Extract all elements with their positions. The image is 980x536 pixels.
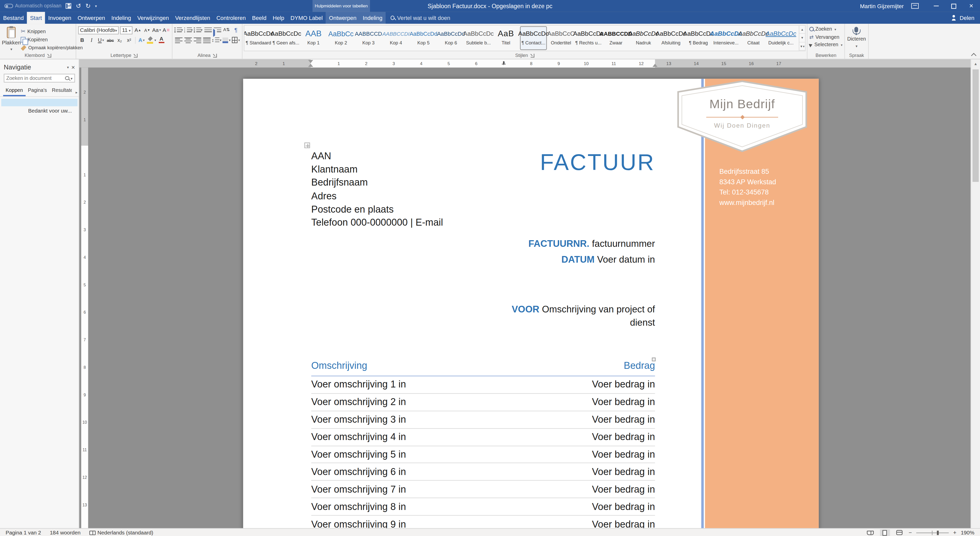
row-description[interactable]: Voer omschrijving 8 in [311, 501, 406, 512]
row-amount[interactable]: Voer bedrag in [592, 466, 655, 477]
row-description[interactable]: Voer omschrijving 3 in [311, 414, 406, 425]
document-page[interactable]: Mijn Bedrijf Wij Doen Dingen Bedrijfsstr… [243, 79, 819, 528]
dictate-dropdown-icon[interactable]: ▾ [856, 44, 858, 48]
style-item[interactable]: AaBbCcDc ¶ Standaard [245, 26, 272, 50]
justify-button[interactable] [202, 36, 210, 44]
font-dialog-launcher-icon[interactable] [133, 53, 138, 57]
clear-formatting-button[interactable]: A [162, 26, 170, 34]
table-resize-handle[interactable] [652, 358, 655, 361]
ribbon-tab[interactable]: Controleren [213, 12, 249, 24]
highlight-color-button[interactable] [147, 36, 156, 44]
superscript-button[interactable] [125, 36, 133, 44]
recipient-line[interactable]: Telefoon 000-0000000 | E-mail [311, 216, 443, 229]
style-item[interactable]: AaBbCcDc Citaat [740, 26, 767, 50]
multilevel-list-button[interactable] [194, 26, 202, 34]
recipient-line[interactable]: Postcode en plaats [311, 202, 443, 216]
ribbon-tab[interactable]: Ontwerpen [75, 12, 108, 24]
undo-icon[interactable]: ↺ [76, 0, 81, 12]
grow-font-button[interactable]: A▲ [134, 26, 142, 34]
style-item[interactable]: AaBbCcC Ondertitel [547, 26, 574, 50]
style-item[interactable]: AaBbCcDc Duidelijk c... [767, 26, 794, 50]
styles-scroll-up-icon[interactable]: ▲ [799, 25, 805, 34]
increase-indent-button[interactable] [213, 26, 221, 34]
invoice-table-row[interactable]: Voer omschrijving 3 in Voer bedrag in [311, 411, 655, 429]
ribbon-tab[interactable]: Start [27, 12, 45, 24]
ribbon-display-options-icon[interactable] [912, 3, 919, 9]
find-button[interactable]: Zoeken [809, 26, 842, 32]
paste-dropdown-icon[interactable]: ▾ [11, 47, 12, 51]
ribbon-tab[interactable]: Invoegen [45, 12, 74, 24]
nav-tab[interactable]: Pagina's [25, 86, 49, 96]
nav-heading-item[interactable] [1, 99, 78, 106]
nav-close-icon[interactable]: × [72, 64, 75, 70]
change-case-button[interactable]: Aa [153, 26, 161, 34]
style-item[interactable]: AABBCCD Kop 3 [355, 26, 382, 50]
ribbon-tab[interactable]: DYMO Label [287, 12, 326, 24]
style-item[interactable]: AaBbCcDc ¶ Contact... [520, 26, 547, 50]
chevron-down-icon[interactable]: ▾ [71, 76, 73, 80]
style-item[interactable]: AaBbCcDc Nadruk [630, 26, 657, 50]
nav-options-chevron-icon[interactable]: ▾ [67, 65, 68, 69]
row-amount[interactable]: Voer bedrag in [592, 449, 655, 460]
left-indent-marker[interactable] [308, 64, 313, 67]
row-amount[interactable]: Voer bedrag in [592, 414, 655, 425]
voor-value-line2[interactable]: dienst [431, 316, 655, 329]
style-item[interactable]: AaBbCcDc ¶ Bedrag [685, 26, 712, 50]
recipient-line[interactable]: Bedrijfsnaam [311, 176, 443, 189]
style-item[interactable]: AaBbCc Kop 2 [328, 26, 354, 50]
row-amount[interactable]: Voer bedrag in [592, 379, 655, 390]
text-effects-button[interactable] [138, 36, 146, 44]
invoice-table-row[interactable]: Voer omschrijving 9 in Voer bedrag in [311, 516, 655, 528]
styles-more-icon[interactable]: ▼▾ [799, 42, 805, 51]
save-icon[interactable] [66, 3, 72, 9]
ribbon-tab[interactable]: Bestand [0, 12, 27, 24]
web-layout-button[interactable] [894, 529, 904, 536]
nav-tab[interactable]: Resultaten [49, 86, 72, 96]
invoice-table-row[interactable]: Voer omschrijving 6 in Voer bedrag in [311, 463, 655, 481]
table-move-handle[interactable] [304, 142, 310, 148]
style-item[interactable]: AaB Titel [493, 26, 519, 50]
row-description[interactable]: Voer omschrijving 6 in [311, 466, 406, 477]
align-center-button[interactable] [184, 36, 192, 44]
style-item[interactable]: AaBbCcDc Subtiele b... [465, 26, 492, 50]
shading-button[interactable] [223, 36, 231, 44]
vertical-scrollbar[interactable]: ▲ [970, 59, 980, 528]
bullets-button[interactable] [174, 26, 183, 34]
row-description[interactable]: Voer omschrijving 4 in [311, 431, 406, 442]
invoice-title[interactable]: FACTUUR [462, 150, 655, 175]
project-description-block[interactable]: VOOR Omschrijving van project of dienst [431, 302, 655, 329]
ribbon-tab[interactable]: Verwijzingen [134, 12, 172, 24]
ribbon-tab[interactable]: Indeling [108, 12, 134, 24]
collapse-ribbon-icon[interactable] [970, 52, 976, 57]
invoice-table-row[interactable]: Voer omschrijving 4 in Voer bedrag in [311, 429, 655, 446]
align-right-button[interactable] [193, 36, 201, 44]
style-item[interactable]: AaBbCcDc ¶ Geen afs... [272, 26, 299, 50]
context-ribbon-tab[interactable]: Indeling [360, 12, 386, 24]
zoom-out-button[interactable]: − [908, 530, 912, 536]
strikethrough-button[interactable] [106, 36, 115, 44]
right-indent-marker[interactable] [652, 64, 658, 67]
style-item[interactable]: AaBbCcDd Kop 6 [438, 26, 464, 50]
align-left-button[interactable] [174, 36, 183, 44]
subscript-button[interactable] [116, 36, 124, 44]
style-item[interactable]: AaBbCcDc Intensieve... [713, 26, 739, 50]
row-description[interactable]: Voer omschrijving 2 in [311, 396, 406, 408]
field-value[interactable]: Voer datum in [597, 253, 655, 264]
zoom-level[interactable]: 190% [961, 530, 974, 536]
line-spacing-button[interactable] [212, 36, 221, 44]
recipient-line[interactable]: Klantnaam [311, 162, 443, 176]
font-size-combo[interactable]: 11▾ [120, 26, 132, 34]
paste-button[interactable]: Plakken ▾ [2, 25, 21, 51]
row-amount[interactable]: Voer bedrag in [592, 501, 655, 512]
sidebar-address-line[interactable]: Bedrijfsstraat 85 [719, 166, 776, 177]
invoice-table[interactable]: Omschrijving Bedrag Voer omschrijving 1 … [311, 360, 655, 528]
ribbon-tab[interactable]: Beeld [249, 12, 269, 24]
sidebar-address-line[interactable]: www.mijnbedrijf.nl [719, 197, 776, 207]
share-button[interactable]: Delen [946, 12, 980, 24]
row-description[interactable]: Voer omschrijving 1 in [311, 379, 406, 390]
styles-scroll-down-icon[interactable]: ▼ [799, 34, 805, 42]
row-amount[interactable]: Voer bedrag in [592, 431, 655, 442]
restore-button[interactable] [945, 0, 963, 12]
format-painter-button[interactable]: Opmaak kopiëren/plakken [21, 45, 83, 51]
field-value[interactable]: factuurnummer [592, 238, 655, 249]
